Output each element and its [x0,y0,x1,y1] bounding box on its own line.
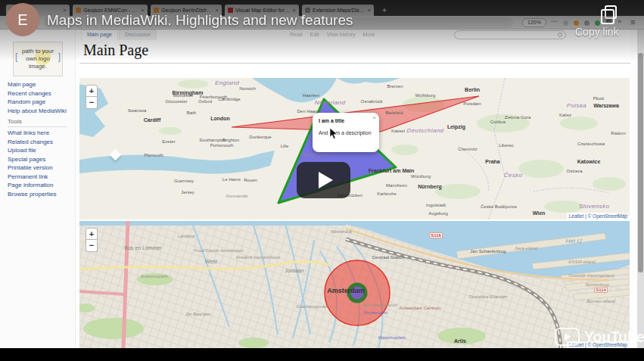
logo-placeholder-text: path to your own logo image. [18,48,58,70]
view-tab[interactable]: Edit [310,30,319,40]
map-zoom-control: + − [86,228,98,252]
search-icon [558,33,562,37]
menu-icon[interactable]: ≡ [630,17,635,26]
page-scrollbar[interactable] [637,30,644,348]
sidebar-tool-link[interactable]: Permanent link [8,173,56,180]
play-icon [319,172,333,188]
sidebar-nav: Main pageRecent changesRandom pageHelp a… [8,81,67,114]
map-amsterdam-canvas [79,221,630,348]
overflow-icon[interactable]: » [618,17,621,25]
youtube-watermark[interactable]: YouTube [555,328,644,346]
zoom-out-button[interactable]: − [86,97,98,109]
view-tab[interactable]: View history [327,30,356,40]
map-circle-marker[interactable] [325,260,390,325]
popup-description: And I am a description [319,130,373,135]
sidebar-nav-link[interactable]: Recent changes [8,90,67,97]
popup-close-icon[interactable]: × [372,114,376,121]
zoom-in-button[interactable]: + [86,228,98,240]
map-europe[interactable]: EnglandNorwichBirminghamPeterboroughCamb… [79,78,630,219]
tab-main-page[interactable]: Main page [81,30,118,40]
extension-icon[interactable] [584,20,590,26]
map-amsterdam[interactable]: Bos en LommerLandlustErasmusparkWestFood… [79,221,630,348]
logo-bracket: ] [58,51,61,62]
zoom-level-badge: 120% [522,18,546,27]
channel-avatar[interactable]: E [6,3,39,36]
youtube-logo-icon [555,328,580,346]
divider [8,126,67,127]
map-attribution[interactable]: Leaflet | © OpenStreetMap [567,213,630,219]
wiki-sidebar: [ path to your own logo image. ] Main pa… [0,30,76,348]
play-button[interactable] [297,162,350,198]
sidebar-nav-link[interactable]: Random page [8,98,67,105]
tab-discussion[interactable]: Discussion [119,30,157,40]
search-input[interactable] [454,30,566,39]
new-tab-button[interactable]: + [378,5,390,16]
shield-icon[interactable] [563,20,568,26]
youtube-logo-text: YouTube [584,328,644,346]
sidebar-nav-link[interactable]: Main page [8,81,67,88]
sidebar-tool-link[interactable]: Printable version [8,164,56,171]
sidebar-tool-link[interactable]: Related changes [8,138,56,145]
wiki-logo[interactable]: [ path to your own logo image. ] [13,42,63,76]
video-title[interactable]: Maps in MediaWiki. Highlights and new fe… [47,12,353,29]
view-tabs: ReadEditView historyMore [290,30,375,40]
page-title: Main Page [83,42,148,59]
divider [79,63,630,64]
map-zoom-control: + − [86,85,98,109]
logo-bracket: [ [15,51,17,62]
zoom-in-button[interactable]: + [86,85,98,97]
view-tab[interactable]: Read [290,30,303,40]
sidebar-tool-link[interactable]: Page information [8,182,56,188]
map-popup: I am a title And I am a description × [313,113,379,152]
sidebar-tool-link[interactable]: What links here [8,129,56,136]
more-options-icon[interactable]: ⋯ [551,17,558,25]
sidebar-nav-link[interactable]: Help about MediaWiki [8,107,67,114]
wiki-content: Main page Discussion ReadEditView histor… [79,30,630,348]
sidebar-tools-header: Tools [8,118,22,125]
letterbox-bar [0,348,644,361]
sidebar-tool-link[interactable]: Upload file [8,147,56,154]
tab-close-icon[interactable]: × [367,8,371,14]
sidebar-tool-link[interactable]: Browse properties [8,191,56,198]
video-player-frame: …t × Geojson EMWCon - dock… × Geojson Be… [0,0,644,361]
view-tab[interactable]: More [362,30,375,40]
page-tabs-row: Main page Discussion ReadEditView histor… [79,30,630,40]
extension-icon[interactable] [574,20,579,26]
copy-icon[interactable] [605,5,617,19]
zoom-out-button[interactable]: − [86,240,98,252]
scrollbar-thumb[interactable] [638,53,643,272]
copy-link-button[interactable]: Copy link [575,26,619,38]
mouse-cursor-icon [329,128,338,140]
popup-title: I am a title [319,118,373,123]
sidebar-tool-link[interactable]: Special pages [8,156,56,163]
extension-icon[interactable] [595,20,600,26]
sidebar-tools: What links hereRelated changesUpload fil… [8,129,56,198]
